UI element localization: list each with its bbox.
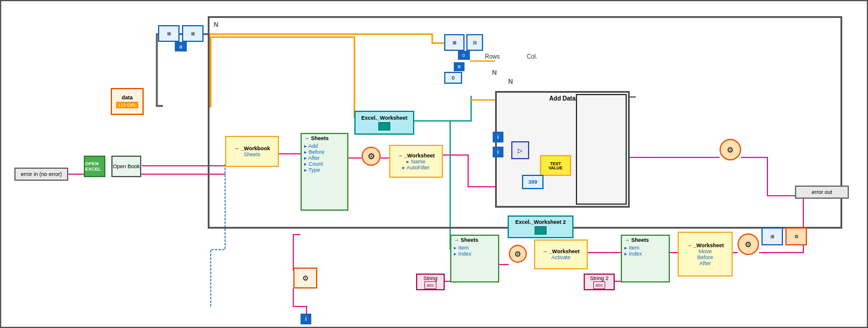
sheets-block-3[interactable]: → Sheets ▸ Item ▸ Index	[621, 235, 670, 283]
gear-icon-small[interactable]: ⚙	[293, 268, 317, 288]
gear-icon-2[interactable]: ⚙	[509, 245, 527, 263]
string-block-2: String 2 abc	[584, 274, 615, 290]
open-excel-icon[interactable]: OPEN EXCEL	[84, 156, 105, 177]
data-block: data 123 DBL	[111, 88, 144, 115]
worksheet-block-2[interactable]: → _Worksheet Activate	[534, 239, 588, 269]
n-label-top: N	[214, 21, 218, 28]
error-in-block: error in (no error)	[14, 168, 68, 181]
i-label-2: i	[493, 147, 503, 157]
sheets-block[interactable]: → Sheets ▸ Add ▸ Before ▸ After ▸ Count …	[301, 133, 348, 211]
excel-worksheet-label: Excel._Worksheet	[354, 111, 414, 135]
col-label: Col.	[527, 53, 538, 60]
open-book-block[interactable]: Open Book	[111, 156, 141, 177]
workbook-block[interactable]: → _Workbook Sheets	[225, 136, 279, 167]
inner-loop-box	[576, 94, 627, 205]
small-icon-1: ⊞	[761, 227, 783, 245]
zero-badge-1: 0	[175, 42, 187, 51]
counter-icon-1: ⊞	[158, 25, 180, 42]
excel-worksheet2-label: Excel._Worksheet 2	[508, 215, 573, 238]
loop-counter-group: ⊞ ⊟ 0	[444, 34, 483, 60]
value-block: TEST VALUE	[540, 155, 571, 176]
gear-icon-top-right[interactable]: ⚙	[720, 139, 741, 160]
error-out-block: error out	[795, 186, 849, 199]
string-block: String abc	[416, 274, 445, 290]
counter-icon-2: ⊞	[182, 25, 204, 42]
num-input-1: 0	[444, 72, 462, 84]
i-label-1: i	[493, 132, 503, 142]
worksheet-block-1[interactable]: → _Worksheet ▸ Name ▸ AutoFilter	[389, 145, 443, 178]
sheets-block-2[interactable]: → Sheets ▸ Item ▸ Index	[450, 235, 499, 283]
num-const-399: 399	[522, 175, 544, 189]
zero-badge-3: 0	[454, 62, 465, 71]
small-icon-2: ⚙	[785, 227, 807, 245]
zero-badge-2: 0	[458, 51, 470, 60]
top-counter-group: ⊞ ⊞ 0	[158, 25, 204, 51]
i-bottom: i	[301, 314, 311, 324]
worksheet-block-3[interactable]: → _Worksheet Move Before After	[678, 232, 733, 277]
n-label-2: N	[492, 69, 497, 76]
gear-icon-right[interactable]: ⚙	[738, 233, 759, 255]
compare-block: ▷	[511, 141, 529, 159]
labview-canvas: ⊞ ⊞ 0 N data 123 DBL error in (no error)…	[0, 0, 868, 328]
gear-icon-1[interactable]: ⚙	[362, 147, 381, 166]
rows-label: Rows	[485, 53, 500, 60]
n-label-3: N	[508, 78, 513, 85]
